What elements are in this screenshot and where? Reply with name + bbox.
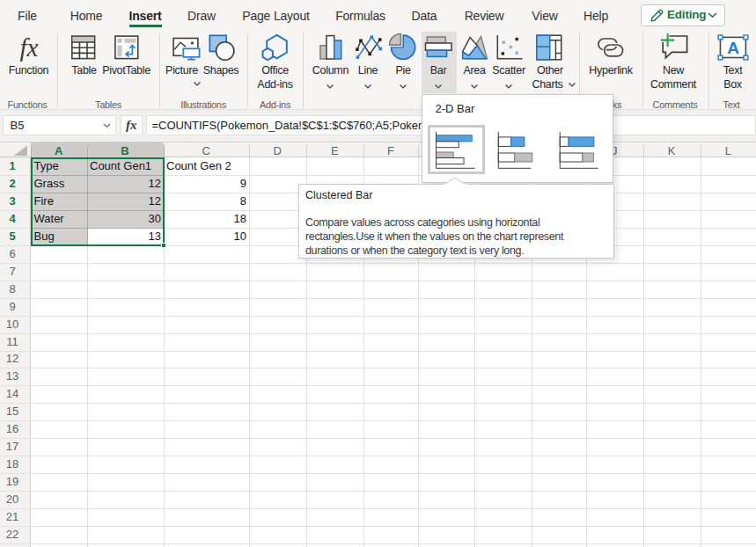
svg-text:A: A: [727, 39, 739, 57]
svg-text:fx: fx: [20, 33, 39, 62]
